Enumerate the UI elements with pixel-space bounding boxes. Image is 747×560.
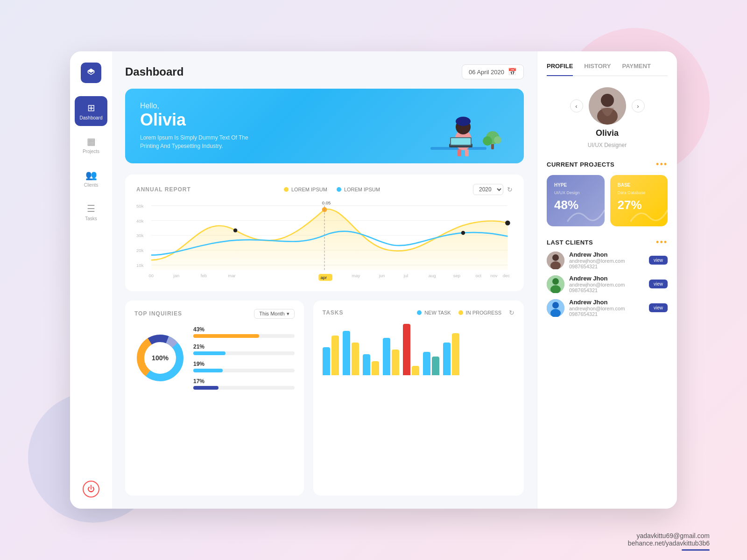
- profile-role: UI/UX Designer: [588, 142, 627, 148]
- profile-tabs: PROFILE HISTORY PAYMENT: [547, 63, 668, 76]
- task-bar-group-3: [383, 338, 399, 375]
- sidebar-item-projects[interactable]: ▦ Projects: [75, 130, 107, 160]
- annual-report-section: ANNUAL REPORT LOREM IPSUM LOREM IPSUM 20…: [125, 175, 524, 291]
- footer-credits: yadavkittu69@gmail.com behance.net/yadav…: [628, 532, 710, 547]
- svg-text:20k: 20k: [136, 248, 144, 253]
- task-bar-new-4: [403, 324, 410, 375]
- tasks-legend-inprogress: IN PROGRESS: [458, 310, 501, 315]
- bar-fill-3: [193, 386, 218, 390]
- avatar: [589, 87, 626, 125]
- task-bar-group-2: [363, 354, 379, 375]
- client-email-2: andrewjhon@lorem.com: [569, 306, 644, 311]
- sidebar-item-label: Dashboard: [80, 115, 103, 120]
- tasks-bars-area: [323, 324, 514, 375]
- projects-section-title: CURRENT PROJECTS: [547, 161, 614, 168]
- clients-title-row: LAST CLIENTS •••: [547, 238, 668, 247]
- task-bar-new-5: [423, 352, 430, 375]
- last-clients-section: LAST CLIENTS ••• Andrew Jhon andrewjhon@: [547, 238, 668, 317]
- client-view-btn-2[interactable]: view: [649, 303, 668, 312]
- tab-profile[interactable]: PROFILE: [547, 63, 573, 76]
- profile-prev-button[interactable]: ‹: [570, 99, 583, 112]
- main-container: ⊞ Dashboard ▦ Projects 👥 Clients ☰ Tasks…: [70, 51, 677, 509]
- client-view-btn-1[interactable]: view: [649, 280, 668, 288]
- year-select[interactable]: 2020: [473, 184, 503, 195]
- bar-row-1: 21%: [193, 343, 295, 355]
- inquiries-title: TOP INQUIRIES: [134, 310, 182, 317]
- chart-title: ANNUAL REPORT: [136, 186, 191, 193]
- tasks-refresh-icon[interactable]: ↻: [509, 309, 514, 316]
- dashboard-icon: ⊞: [87, 102, 95, 113]
- task-bar-prog-1: [352, 343, 359, 375]
- tab-payment[interactable]: PAYMENT: [622, 63, 650, 76]
- client-name-1: Andrew Jhon: [569, 275, 644, 282]
- bar-fill-0: [193, 334, 259, 338]
- refresh-icon[interactable]: ↻: [507, 186, 513, 193]
- client-avatar-0: [547, 252, 564, 269]
- date-badge[interactable]: 06 April 2020 📅: [462, 64, 524, 79]
- svg-point-3: [456, 117, 471, 126]
- sidebar: ⊞ Dashboard ▦ Projects 👥 Clients ☰ Tasks…: [70, 51, 112, 509]
- client-phone-0: 0987654321: [569, 264, 644, 269]
- svg-text:30k: 30k: [136, 233, 144, 238]
- task-bar-prog-6: [452, 333, 459, 375]
- task-bar-new-3: [383, 338, 390, 375]
- hero-greeting: Hello,: [140, 102, 261, 110]
- svg-text:jan: jan: [173, 273, 180, 278]
- tasks-panel: TASKS NEW TASK IN PROGRESS ↻: [313, 301, 524, 496]
- svg-point-25: [505, 220, 510, 225]
- client-row-0: Andrew Jhon andrewjhon@lorem.com 0987654…: [547, 251, 668, 269]
- svg-point-55: [552, 278, 559, 285]
- project-card-hype: HYPE UI/UX Design 48%: [547, 175, 605, 226]
- svg-text:10k: 10k: [136, 263, 144, 268]
- task-bar-prog-0: [331, 336, 339, 375]
- svg-text:0.05: 0.05: [322, 200, 331, 205]
- legend-dot-new: [417, 310, 422, 315]
- clients-dots-menu[interactable]: •••: [656, 238, 668, 247]
- sidebar-item-dashboard[interactable]: ⊞ Dashboard: [75, 96, 107, 126]
- bar-pct-1: 21%: [193, 343, 295, 350]
- power-button[interactable]: ⏻: [83, 481, 99, 497]
- bar-row-0: 43%: [193, 326, 295, 338]
- calendar-icon: 📅: [508, 68, 517, 76]
- projects-title-row: CURRENT PROJECTS •••: [547, 160, 668, 169]
- content-area: Dashboard 06 April 2020 📅 Hello, Olivia …: [112, 51, 537, 509]
- svg-text:may: may: [352, 273, 360, 278]
- page-title: Dashboard: [125, 65, 183, 78]
- sidebar-item-clients[interactable]: 👥 Clients: [75, 163, 107, 193]
- profile-next-button[interactable]: ›: [632, 99, 645, 112]
- hero-text: Hello, Olivia Lorem Ipsum Is Simply Dumm…: [140, 102, 261, 150]
- svg-text:nov: nov: [490, 273, 498, 278]
- tab-history[interactable]: HISTORY: [584, 63, 611, 76]
- client-view-btn-0[interactable]: view: [649, 256, 668, 265]
- svg-point-10: [494, 136, 501, 144]
- svg-text:00: 00: [149, 273, 154, 278]
- client-phone-1: 0987654321: [569, 287, 644, 293]
- svg-text:jun: jun: [379, 273, 385, 278]
- svg-text:50k: 50k: [136, 203, 144, 209]
- task-bar-group-1: [343, 331, 359, 375]
- tasks-icon: ☰: [87, 203, 95, 214]
- inquiry-bars: 43% 21% 19%: [193, 326, 295, 390]
- legend-item-blue: LOREM IPSUM: [337, 187, 380, 192]
- profile-section: ‹ › Olivia UI/UX Designer: [547, 87, 668, 148]
- bar-track-3: [193, 386, 295, 390]
- legend-item-yellow: LOREM IPSUM: [284, 187, 327, 192]
- svg-text:mar: mar: [228, 273, 236, 278]
- filter-label: This Month: [259, 311, 284, 316]
- client-name-2: Andrew Jhon: [569, 299, 644, 306]
- chart-header: ANNUAL REPORT LOREM IPSUM LOREM IPSUM 20…: [136, 184, 513, 195]
- clients-icon: 👥: [85, 169, 97, 181]
- task-bar-group-5: [423, 352, 439, 375]
- hero-description: Lorem Ipsum Is Simply Dummy Text Of The …: [140, 133, 261, 150]
- svg-text:40k: 40k: [136, 218, 144, 224]
- inquiries-filter[interactable]: This Month ▾: [254, 309, 294, 319]
- sidebar-logo[interactable]: [81, 63, 101, 83]
- footer-line: [682, 549, 710, 551]
- projects-dots-menu[interactable]: •••: [656, 160, 668, 169]
- task-bar-prog-2: [372, 361, 379, 375]
- client-email-1: andrewjhon@lorem.com: [569, 282, 644, 287]
- chart-controls: 2020 ↻: [473, 184, 513, 195]
- sidebar-item-tasks[interactable]: ☰ Tasks: [75, 197, 107, 227]
- svg-text:sep: sep: [453, 273, 460, 278]
- client-email-0: andrewjhon@lorem.com: [569, 258, 644, 264]
